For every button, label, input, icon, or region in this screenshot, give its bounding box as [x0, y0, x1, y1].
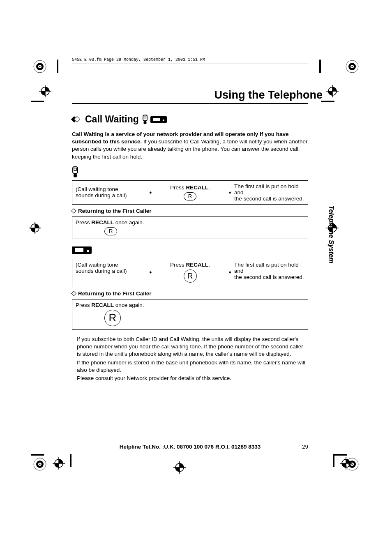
- svg-rect-1: [144, 116, 146, 118]
- crosshair-mark-icon: [326, 222, 339, 234]
- handset-icon: [142, 115, 148, 124]
- title-rule: [72, 103, 308, 104]
- page-number: 29: [296, 444, 308, 450]
- print-header-line: 545E_E_03.fm Page 29 Monday, September 1…: [72, 58, 327, 62]
- header-rule: [72, 64, 308, 64]
- svg-rect-2: [143, 121, 146, 124]
- step1-line2: sounds during a call): [76, 192, 146, 198]
- step1-text: (Call waiting tone sounds during a call): [76, 262, 146, 274]
- registration-mark-icon: [33, 457, 47, 471]
- recall-key-oval: R: [184, 192, 196, 200]
- diamond-icon: [71, 291, 76, 296]
- recall-key-circle-large: R: [104, 310, 121, 326]
- base-variant-icon: [72, 245, 327, 256]
- base-steps-box: (Call waiting tone sounds during a call)…: [72, 259, 308, 287]
- diamond-icon: [71, 208, 76, 214]
- step1-line1: (Call waiting tone: [76, 262, 146, 268]
- crop-bar-icon: [321, 101, 334, 102]
- svg-point-5: [163, 119, 164, 121]
- return-text-2: Press RECALL once again.: [76, 302, 304, 308]
- crop-bar-icon: [333, 454, 334, 467]
- svg-rect-10: [75, 248, 83, 252]
- svg-rect-8: [74, 174, 77, 177]
- step3-line1: The first call is put on hold and: [234, 262, 304, 274]
- page-content: 545E_E_03.fm Page 29 Monday, September 1…: [72, 58, 327, 383]
- crosshair-mark-icon: [53, 457, 65, 470]
- return-subheading: Returning to the First Caller: [72, 208, 327, 214]
- step3-line1: The first call is put on hold and: [234, 183, 304, 196]
- crosshair-mark-icon: [340, 457, 352, 470]
- section-device-icons: [142, 115, 167, 124]
- subheading-text: Returning to the First Caller: [78, 208, 152, 214]
- notes-block: If you subscribe to both Caller ID and C…: [72, 336, 306, 382]
- page-footer: Helpline Tel.No. :U.K. 08700 100 076 R.O…: [72, 444, 308, 450]
- helpline-text: Helpline Tel.No. :U.K. 08700 100 076 R.O…: [84, 444, 296, 450]
- step2-text: Press RECALL.: [155, 262, 225, 268]
- arrow-icon: ➧: [148, 189, 153, 196]
- svg-point-11: [87, 250, 89, 252]
- crop-bar-icon: [70, 454, 71, 467]
- step1-line2: sounds during a call): [76, 268, 146, 274]
- side-tab-label: Telephone System: [327, 205, 335, 263]
- arrow-icon: ➧: [227, 262, 233, 275]
- step2-text: Press RECALL.: [155, 184, 225, 191]
- crop-bar-icon: [31, 101, 44, 102]
- crop-bar-icon: [334, 454, 347, 456]
- crosshair-mark-icon: [29, 222, 41, 234]
- section-title: Call Waiting: [85, 114, 139, 125]
- step3-line2: the second call is answered.: [234, 196, 304, 202]
- return-text: Press RECALL once again.: [76, 219, 304, 226]
- handset-steps-box: (Call waiting tone sounds during a call)…: [72, 180, 308, 205]
- note-paragraph-3: Please consult your Network provider for…: [77, 375, 306, 382]
- return-subheading-2: Returning to the First Caller: [72, 290, 327, 297]
- registration-mark-icon: [33, 60, 47, 74]
- document-title: Using the Telephone: [72, 89, 327, 101]
- svg-rect-7: [74, 168, 76, 170]
- svg-rect-4: [153, 118, 160, 121]
- crop-bar-icon: [57, 60, 58, 73]
- arrow-icon: ➧: [148, 262, 153, 275]
- section-heading: Call Waiting: [72, 114, 327, 125]
- base-return-box: Press RECALL once again. R: [72, 299, 308, 330]
- diamond-bullet-icon: [72, 117, 82, 122]
- base-unit-icon: [150, 115, 167, 124]
- handset-variant-icon: [72, 166, 327, 178]
- crosshair-mark-icon: [39, 85, 51, 97]
- crop-bar-icon: [31, 454, 44, 456]
- step3-text: The first call is put on hold and the se…: [234, 183, 304, 202]
- step1-line1: (Call waiting tone: [76, 186, 146, 192]
- arrow-icon: ➧: [227, 189, 233, 196]
- crosshair-mark-icon: [326, 85, 339, 97]
- note-paragraph-2: If the phone number is stored in the bas…: [77, 359, 306, 374]
- recall-key-oval: R: [104, 227, 117, 235]
- intro-paragraph: Call Waiting is a service of your networ…: [72, 131, 308, 161]
- recall-key-circle: R: [184, 269, 197, 283]
- crosshair-mark-icon: [173, 461, 186, 474]
- step2-col: Press RECALL. R: [155, 262, 225, 283]
- handset-return-box: Press RECALL once again. R: [72, 216, 308, 239]
- step3-line2: the second call is answered.: [234, 274, 304, 280]
- crop-bar-icon: [319, 60, 321, 73]
- note-paragraph-1: If you subscribe to both Caller ID and C…: [77, 336, 306, 358]
- step1-text: (Call waiting tone sounds during a call): [76, 186, 146, 198]
- step3-text: The first call is put on hold and the se…: [234, 262, 304, 280]
- registration-mark-icon: [345, 60, 359, 74]
- subheading-text-2: Returning to the First Caller: [78, 290, 152, 297]
- step2-col: Press RECALL. R: [155, 184, 225, 200]
